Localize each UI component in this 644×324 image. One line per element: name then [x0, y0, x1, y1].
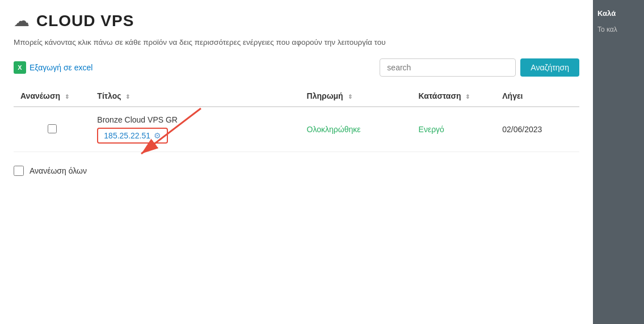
toolbar: X Εξαγωγή σε excel Αναζήτηση — [14, 58, 579, 77]
expires-cell: 02/06/2023 — [495, 107, 579, 152]
renew-all-label: Ανανέωση όλων — [30, 166, 87, 175]
product-name: Bronze Cloud VPS GR — [97, 115, 293, 124]
export-excel-link[interactable]: X Εξαγωγή σε excel — [14, 61, 92, 74]
cloud-icon: ☁ — [14, 11, 30, 30]
search-button[interactable]: Αναζήτηση — [520, 58, 579, 77]
renew-cell — [14, 107, 90, 152]
payment-cell: Ολοκληρώθηκε — [300, 107, 412, 152]
title-cell: Bronze Cloud VPS GR 185.25.22.51 ⚙ — [90, 107, 300, 152]
col-header-payment: Πληρωμή ⇕ — [300, 86, 412, 107]
ip-address[interactable]: 185.25.22.51 — [104, 131, 150, 140]
col-header-status: Κατάσταση ⇕ — [412, 86, 496, 107]
side-panel-title: Καλά — [597, 9, 639, 18]
renew-all-checkbox[interactable] — [14, 166, 24, 176]
gear-icon[interactable]: ⚙ — [154, 131, 161, 140]
excel-icon: X — [14, 61, 26, 74]
col-header-expires: Λήγει — [495, 86, 579, 107]
status-cell: Ενεργό — [412, 107, 496, 152]
col-header-renew: Ανανέωση ⇕ — [14, 86, 90, 107]
sort-arrows-title[interactable]: ⇕ — [125, 94, 130, 100]
export-label: Εξαγωγή σε excel — [30, 63, 92, 72]
side-panel-text: Το καλ — [597, 24, 639, 35]
data-table: Ανανέωση ⇕ Τίτλος ⇕ Πληρωμή ⇕ Κατάστασ — [14, 86, 579, 152]
side-panel: Καλά Το καλ — [593, 0, 644, 324]
ip-row: 185.25.22.51 ⚙ — [97, 128, 168, 144]
table-header-row: Ανανέωση ⇕ Τίτλος ⇕ Πληρωμή ⇕ Κατάστασ — [14, 86, 579, 107]
col-header-title: Τίτλος ⇕ — [90, 86, 300, 107]
bottom-area: Ανανέωση όλων — [14, 166, 579, 176]
page-subtitle: Μπορείς κάνοντας κλικ πάνω σε κάθε προϊό… — [14, 37, 579, 48]
table-container: Ανανέωση ⇕ Τίτλος ⇕ Πληρωμή ⇕ Κατάστασ — [14, 86, 579, 152]
page-title: CLOUD VPS — [36, 12, 134, 30]
payment-status: Ολοκληρώθηκε — [307, 125, 361, 134]
sort-arrows-status[interactable]: ⇕ — [465, 94, 470, 100]
row-checkbox[interactable] — [48, 124, 57, 133]
status-badge: Ενεργό — [419, 125, 444, 134]
sort-arrows-payment[interactable]: ⇕ — [348, 94, 352, 100]
search-area: Αναζήτηση — [380, 58, 579, 77]
search-input[interactable] — [380, 58, 516, 77]
sort-arrows-renew[interactable]: ⇕ — [65, 94, 69, 100]
expire-date: 02/06/2023 — [502, 125, 542, 134]
table-row: Bronze Cloud VPS GR 185.25.22.51 ⚙ Ολοκλ… — [14, 107, 579, 152]
